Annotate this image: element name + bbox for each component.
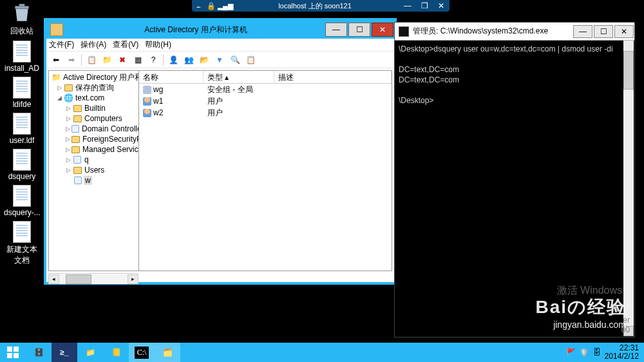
user-icon [143, 109, 151, 117]
tree-root: 📁Active Directory 用户和计算机 [s [50, 72, 137, 82]
tray-security-icon[interactable]: 🛡️ [580, 348, 589, 357]
ad-users-computers-window: Active Directory 用户和计算机 — ☐ ✕ 文件(F) 操作(A… [44, 18, 397, 285]
tree-fsp: ▷ForeignSecurityPrincipals [50, 134, 137, 144]
group-icon [143, 86, 151, 94]
cmd-icon [399, 26, 409, 37]
col-name[interactable]: 名称 [139, 71, 204, 83]
desktop-icon-install-ad[interactable]: install_AD [4, 41, 40, 73]
task-powershell[interactable]: ≥_ [52, 343, 77, 362]
ad-window-titlebar[interactable]: Active Directory 用户和计算机 — ☐ ✕ [46, 21, 394, 39]
scroll-down-button[interactable]: ▾ [623, 326, 634, 336]
list-row: wg安全组 - 全局 [139, 84, 392, 95]
cmd-scrollbar[interactable]: ▴ ▾ [623, 41, 634, 336]
desktop-icon-user-ldf[interactable]: user.ldf [4, 113, 40, 145]
menu-view[interactable]: 查看(V) [113, 39, 138, 50]
taskbar: 🗄️ ≥_ 📁 📒 C:\ 🗂️ 🚩 🛡️ 🗄 22:31 2014/2/12 [0, 343, 644, 362]
rdp-close-button[interactable]: ✕ [433, 0, 450, 12]
new-ou-button[interactable]: 📂 [197, 53, 211, 66]
scroll-left-button[interactable]: ◂ [48, 274, 59, 284]
tray-network-icon[interactable]: 🗄 [593, 348, 601, 357]
new-user-button[interactable]: 👤 [166, 53, 180, 66]
svg-rect-0 [15, 6, 28, 8]
maximize-button[interactable]: ☐ [348, 23, 370, 37]
ad-window-icon [50, 23, 63, 36]
new-group-button[interactable]: 👥 [182, 53, 196, 66]
tree-q: ▷q [50, 155, 137, 165]
find-button[interactable]: 🔍 [228, 53, 242, 66]
delete-button[interactable]: ✖ [115, 53, 129, 66]
menu-action[interactable]: 操作(A) [80, 39, 106, 50]
text-file-icon [13, 185, 31, 207]
tray-flag-icon[interactable]: 🚩 [566, 348, 576, 357]
maximize-button[interactable]: ☐ [594, 25, 613, 38]
properties-button[interactable]: ▦ [131, 53, 145, 66]
cmd-body[interactable]: \Desktop>dsquery user ou=w,dc=text,dc=co… [395, 41, 634, 337]
desktop-icon-label: user.ldf [4, 136, 40, 145]
desktop-icon-dsquery[interactable]: dsquery [4, 149, 40, 181]
svg-rect-2 [7, 347, 12, 352]
task-server-manager[interactable]: 🗄️ [26, 343, 52, 362]
desktop-icon-label: dsquery [4, 172, 40, 181]
scroll-right-button[interactable]: ▸ [128, 274, 138, 284]
up-button[interactable]: 📋 [84, 53, 99, 66]
filter-button[interactable]: ▼ [213, 53, 227, 66]
desktop-icon-label: 新建文本文档 [4, 244, 40, 266]
desktop-icon-label: install_AD [4, 64, 40, 73]
svg-rect-3 [14, 347, 19, 352]
task-notepad[interactable]: 📒 [103, 343, 129, 362]
desktop-icon-label: dsquery-... [4, 208, 40, 217]
col-desc[interactable]: 描述 [274, 71, 392, 83]
rdp-minimize-button[interactable]: — [399, 0, 416, 12]
cut-button[interactable]: 📁 [100, 53, 114, 66]
tree-domain-controllers: ▷Domain Controllers [50, 124, 137, 134]
ad-toolbar: ⬅ ➡ 📋 📁 ✖ ▦ ? 👤 👥 📂 ▼ 🔍 📋 [46, 52, 394, 68]
minimize-button[interactable]: — [325, 23, 347, 37]
refresh-button[interactable]: ? [146, 53, 160, 66]
desktop-icon-newtext[interactable]: 新建文本文档 [4, 221, 40, 266]
text-file-icon [13, 149, 31, 171]
menu-help[interactable]: 帮助(H) [145, 39, 171, 50]
text-file-icon [13, 77, 31, 99]
tree-msa: ▷Managed Service Accoun [50, 144, 137, 155]
close-button[interactable]: ✕ [614, 25, 634, 38]
scroll-thumb[interactable] [66, 274, 91, 284]
task-ad-users[interactable]: 🗂️ [155, 343, 180, 362]
rdp-signal-icon: ▂▄▆ [218, 2, 231, 10]
menu-file[interactable]: 文件(F) [49, 39, 74, 50]
tree-domain: ◢🌐text.com [50, 93, 137, 103]
tree-computers: ▷Computers [50, 113, 137, 124]
scroll-track[interactable] [59, 274, 128, 284]
close-button[interactable]: ✕ [372, 23, 393, 37]
desktop-icon-ldifde[interactable]: ldifde [4, 77, 40, 109]
rdp-lock-icon[interactable]: 🔒 [205, 2, 218, 10]
ad-list-body[interactable]: wg安全组 - 全局 w1用户 w2用户 [139, 84, 392, 271]
list-row: w1用户 [139, 95, 392, 107]
tree-hscrollbar[interactable]: ◂ ▸ [48, 273, 138, 284]
system-tray[interactable]: 🚩 🛡️ 🗄 22:31 2014/2/12 [561, 344, 644, 361]
scroll-thumb[interactable] [623, 51, 634, 90]
desktop-icon-label: 回收站 [4, 26, 40, 37]
minimize-button[interactable]: — [573, 25, 592, 38]
recycle-bin-icon [11, 2, 33, 24]
col-type[interactable]: 类型 ▴ [204, 71, 274, 83]
rdp-pin-icon[interactable]: ⫠ [192, 2, 205, 10]
separator [81, 54, 82, 66]
start-button[interactable] [0, 343, 26, 362]
text-file-icon [13, 113, 31, 135]
tree-saved-queries: ▷保存的查询 [50, 82, 137, 93]
tray-clock[interactable]: 22:31 2014/2/12 [605, 344, 639, 361]
cmd-titlebar[interactable]: 管理员: C:\Windows\system32\cmd.exe — ☐ ✕ [395, 23, 634, 41]
tree-w-selected: w [50, 175, 137, 186]
desktop-icon-label: ldifde [4, 100, 40, 109]
back-button[interactable]: ⬅ [49, 53, 63, 66]
task-cmd[interactable]: C:\ [129, 343, 155, 362]
task-explorer[interactable]: 📁 [77, 343, 103, 362]
desktop-icon-recycle[interactable]: 回收站 [4, 1, 40, 37]
desktop-icon-dsquery2[interactable]: dsquery-... [4, 185, 40, 217]
ad-list-header[interactable]: 名称 类型 ▴ 描述 [139, 71, 392, 84]
forward-button[interactable]: ➡ [64, 53, 79, 66]
ad-tree[interactable]: 📁Active Directory 用户和计算机 [s ▷保存的查询 ◢🌐tex… [49, 71, 139, 271]
rdp-restore-button[interactable]: ❐ [416, 0, 433, 12]
cmd-window: 管理员: C:\Windows\system32\cmd.exe — ☐ ✕ \… [394, 22, 635, 338]
add-criteria-button[interactable]: 📋 [243, 53, 258, 66]
